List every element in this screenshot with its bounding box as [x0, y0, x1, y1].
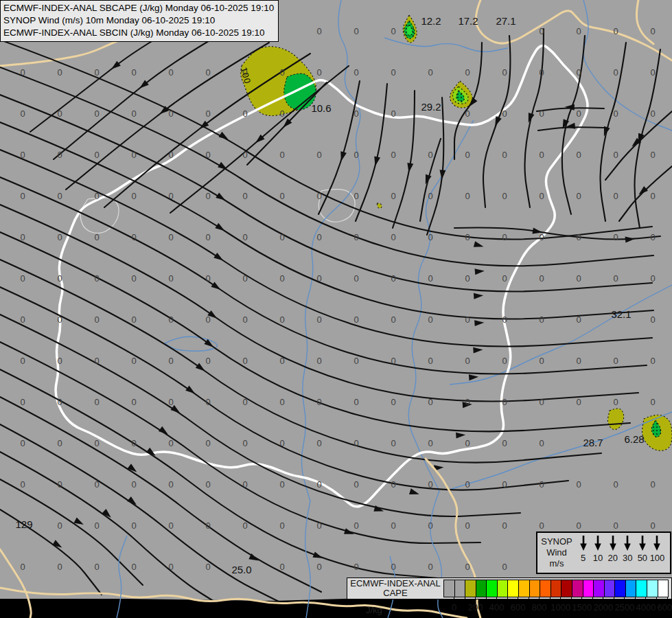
wind-legend-labels: SYNOP Wind m/s: [537, 533, 576, 573]
wind-speed-value: 5: [581, 553, 586, 563]
cape-tick-label: 4000: [636, 602, 656, 613]
cape-colorbar-cell: [583, 580, 594, 597]
cape-colorbar-cell: [658, 580, 669, 597]
cape-colorbar-cell: [444, 580, 455, 597]
cape-patches: [241, 15, 672, 450]
cape-tick-label: 0: [452, 602, 456, 613]
wind-legend-unit: m/s: [537, 558, 576, 569]
down-arrow-icon: [652, 534, 662, 551]
wind-speed-value: 30: [623, 553, 632, 563]
cape-tick-label: 1500: [572, 602, 592, 613]
cape-colorbar-cell: [519, 580, 530, 597]
wind-speed-item: 10: [591, 534, 605, 573]
cape-colorbar-cell: [498, 580, 509, 597]
wind-speed-value: 100: [650, 553, 665, 563]
cape-tick-label: 200: [468, 602, 483, 613]
cape-tick-label: 400: [489, 602, 505, 613]
wind-speed-item: 5: [576, 534, 590, 573]
cape-tick-label: 6000: [658, 602, 672, 613]
cape-tick-label: 800: [532, 602, 547, 613]
weather-map-graphics: [0, 0, 672, 618]
cape-colorbar-cell: [455, 580, 466, 597]
wind-speed-item: 30: [621, 534, 635, 573]
wind-legend: SYNOP Wind m/s 510203050100: [536, 531, 671, 574]
cape-colorbar-cell: [476, 580, 487, 597]
cape-colorbar-cell: [540, 580, 551, 597]
wind-legend-scale: 510203050100: [576, 533, 670, 573]
title-line-sbcin: ECMWF-INDEX-ANAL SBCIN (J/kg) Monday 06-…: [3, 27, 274, 39]
cape-colorbar-cell: [561, 580, 572, 597]
title-box: ECMWF-INDEX-ANAL SBCAPE (J/kg) Monday 06…: [0, 0, 279, 42]
wind-speed-item: 50: [635, 534, 649, 573]
cape-colorbar-cell: [594, 580, 605, 597]
cape-colorbar: [443, 580, 669, 597]
wind-speed-value: 20: [607, 553, 617, 563]
cape-colorbar-cell: [636, 580, 647, 597]
cape-colorbar-cell: [551, 580, 562, 597]
wind-legend-subtitle: Wind: [537, 547, 576, 558]
cape-colorbar-cell: [530, 580, 541, 597]
cape-colorbar-cell: [508, 580, 519, 597]
wind-speed-value: 10: [593, 553, 603, 563]
wind-speed-item: 20: [605, 534, 620, 573]
cape-tick-label: 600: [511, 602, 526, 613]
cape-tick-label: 1000: [551, 602, 570, 613]
cape-colorbar-cell: [465, 580, 476, 597]
down-arrow-icon: [638, 534, 647, 551]
cape-colorbar-cell: [647, 580, 658, 597]
weather-map-canvas: 0000000000000000000000000000000000000000…: [0, 0, 672, 618]
cape-colorbar-cell: [626, 580, 637, 597]
wind-legend-title: SYNOP: [537, 536, 576, 547]
cape-legend: ECMWF-INDEX-ANAL CAPE J/kg 0200400600800…: [347, 577, 672, 618]
cape-colorbar-cell: [572, 580, 583, 597]
down-arrow-icon: [623, 534, 632, 551]
down-arrow-icon: [579, 534, 588, 551]
wind-speed-item: 100: [650, 534, 664, 573]
wind-streamlines: [0, 10, 672, 608]
wind-speed-value: 50: [638, 553, 647, 563]
cape-colorbar-cell: [605, 580, 616, 597]
down-arrow-icon: [608, 534, 618, 551]
cape-colorbar-cell: [615, 580, 626, 597]
hungary-border: [56, 46, 588, 507]
cape-colorbar-cell: [487, 580, 498, 597]
down-arrow-icon: [593, 534, 603, 551]
title-line-sbcape: ECMWF-INDEX-ANAL SBCAPE (J/kg) Monday 06…: [3, 2, 274, 14]
cape-tick-label: 2500: [614, 602, 634, 613]
cape-tick-label: 2000: [593, 602, 613, 613]
title-line-wind: SYNOP Wind (m/s) 10m Monday 06-10-2025 1…: [3, 14, 274, 27]
